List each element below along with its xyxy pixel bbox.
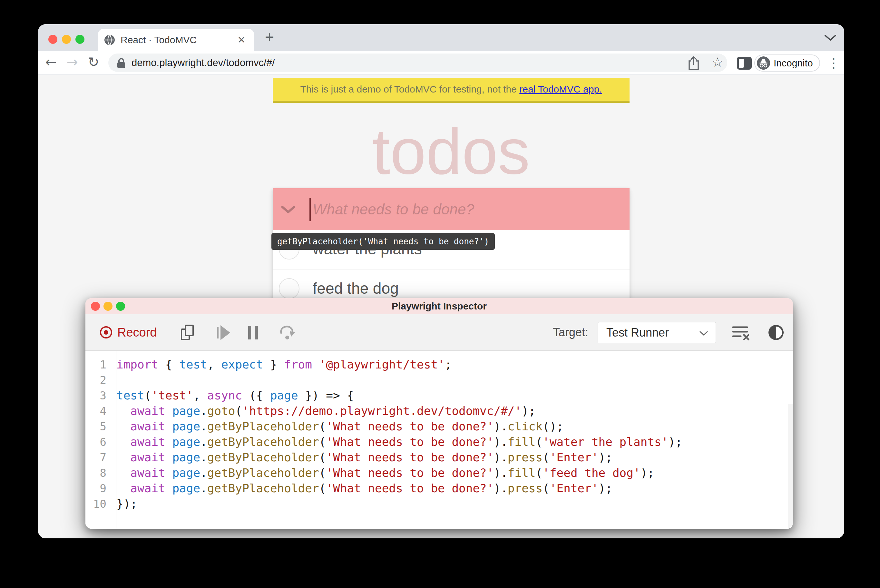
code-line: 5 await page.getByPlaceholder('What need… [85,419,787,434]
address-bar[interactable]: demo.playwright.dev/todomvc/#/ ☆ [108,54,727,72]
line-number: 6 [85,435,111,450]
chevron-down-icon [699,330,709,336]
code-line: 8 await page.getByPlaceholder('What need… [85,465,787,481]
line-number: 1 [85,357,111,372]
resume-icon[interactable] [217,325,231,340]
line-number: 5 [85,419,111,434]
playwright-inspector-window: Playwright Inspector Record Target: Test… [85,298,793,529]
back-icon[interactable]: ← [42,51,60,75]
inspector-title: Playwright Inspector [85,298,793,314]
tab-search-chevron-icon[interactable] [824,34,837,42]
pause-icon[interactable] [248,326,258,339]
new-tab-button[interactable]: + [261,27,279,47]
reload-icon[interactable]: ↻ [84,51,102,75]
tab-react-todomvc[interactable]: React · TodoMVC ✕ [98,29,254,51]
inspector-toolbar: Record Target: Test Runner [85,314,793,351]
line-number: 2 [85,373,111,388]
real-todomvc-link[interactable]: real TodoMVC app. [519,84,602,94]
code-line: 1import { test, expect } from '@playwrig… [85,357,787,372]
bookmark-star-icon[interactable]: ☆ [712,54,723,72]
code-line: 7 await page.getByPlaceholder('What need… [85,450,787,465]
forward-icon[interactable]: → [63,51,81,75]
text-caret [309,198,311,221]
toggle-all-chevron-icon[interactable] [281,206,295,214]
tab-close-icon[interactable]: ✕ [233,29,249,51]
line-number: 10 [85,496,111,512]
tab-title: React · TodoMVC [121,29,196,51]
record-label: Record [117,326,157,339]
code-line: 9 await page.getByPlaceholder('What need… [85,481,787,496]
line-number: 8 [85,465,111,481]
code-line: 4 await page.goto('https://demo.playwrig… [85,403,787,419]
tab-strip: React · TodoMVC ✕ + [38,24,844,51]
inspector-titlebar: Playwright Inspector [85,298,793,314]
code-line: 10}); [85,496,787,512]
target-label: Target: [553,314,588,350]
incognito-badge[interactable]: Incognito [754,54,820,72]
close-window-button[interactable] [48,35,57,44]
line-number: 4 [85,404,111,419]
line-number: 3 [85,388,111,403]
record-icon [100,326,112,339]
incognito-label: Incognito [774,55,813,71]
navigation-toolbar: ← → ↻ demo.playwright.dev/todomvc/#/ ☆ [38,51,844,75]
code-area: 1import { test, expect } from '@playwrig… [85,351,793,529]
copy-icon[interactable] [181,325,197,341]
more-menu-icon[interactable]: ⋮ [826,52,841,74]
code-line: 3test('test', async ({ page }) => { [85,388,787,403]
globe-favicon-icon [104,34,115,46]
demo-banner-text: This is just a demo of TodoMVC for testi… [300,84,519,94]
todos-heading: todos [273,113,630,190]
lock-icon[interactable] [117,58,126,69]
code-scrollbar[interactable] [788,404,793,529]
share-icon[interactable] [687,56,700,70]
target-select[interactable]: Test Runner [598,322,716,344]
demo-banner: This is just a demo of TodoMVC for testi… [273,78,630,103]
clear-output-icon[interactable] [732,325,750,341]
url-text[interactable]: demo.playwright.dev/todomvc/#/ [132,54,275,72]
line-number: 9 [85,481,111,496]
new-todo-input[interactable] [313,188,609,230]
line-number: 7 [85,450,111,465]
side-panel-icon[interactable] [737,57,752,70]
locator-tooltip: getByPlaceholder('What needs to be done?… [271,233,495,250]
code-line: 2 [85,372,787,388]
target-value: Test Runner [606,322,669,343]
step-over-icon[interactable] [279,324,297,341]
zoom-window-button[interactable] [75,35,84,44]
code-line: 6 await page.getByPlaceholder('What need… [85,434,787,450]
code-lines: 1import { test, expect } from '@playwrig… [85,357,787,512]
todo-checkbox[interactable] [279,278,300,299]
incognito-icon [757,56,770,70]
new-todo-row-highlighted[interactable] [273,188,630,230]
minimize-window-button[interactable] [62,35,71,44]
dark-mode-toggle-icon[interactable] [769,325,784,340]
record-button[interactable]: Record [100,314,157,350]
